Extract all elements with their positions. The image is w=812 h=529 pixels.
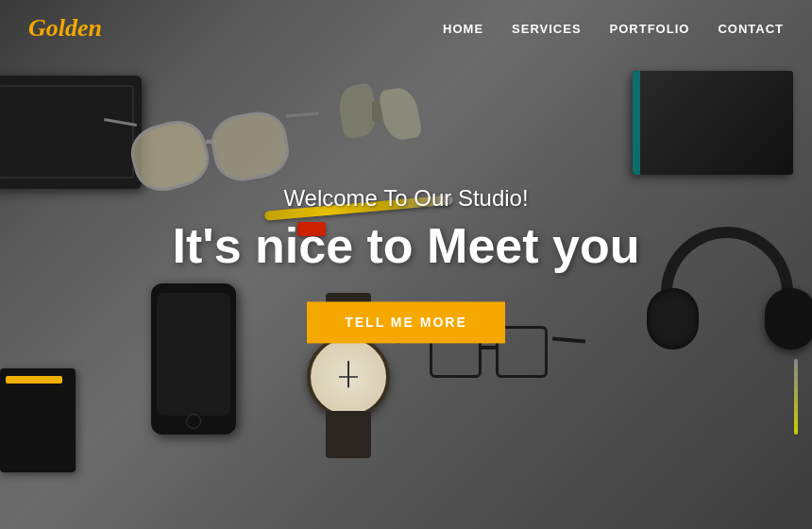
bowtie-right (379, 85, 423, 143)
cta-button[interactable]: TELL ME MORE (307, 302, 505, 344)
nav-link-portfolio[interactable]: PORTFOLIO (610, 22, 690, 36)
wallet-item (0, 76, 142, 189)
nav-item-portfolio[interactable]: PORTFOLIO (610, 20, 690, 37)
bowtie-item (340, 80, 425, 146)
sunglass-right-lens (208, 108, 294, 186)
nav-item-home[interactable]: HOME (443, 20, 483, 37)
hero-subtitle: Welcome To Our Studio! (123, 185, 689, 212)
phone-home-button (186, 414, 201, 429)
notebook-spine (633, 71, 640, 175)
nav-link-services[interactable]: SERVICES (512, 22, 582, 36)
headphone-right-cup (765, 288, 812, 350)
notebook-item (633, 71, 793, 175)
card-wallet-item (0, 368, 76, 472)
brand-logo[interactable]: Golden (28, 14, 102, 43)
hero-title: It's nice to Meet you (123, 219, 689, 273)
hero-content: Welcome To Our Studio! It's nice to Meet… (123, 185, 689, 343)
hero-section: Golden HOME SERVICES PORTFOLIO CONTACT W… (0, 0, 812, 529)
nav-link-home[interactable]: HOME (443, 22, 483, 36)
nav-links: HOME SERVICES PORTFOLIO CONTACT (443, 20, 784, 37)
nav-item-contact[interactable]: CONTACT (718, 20, 784, 37)
headphone-cable (794, 359, 798, 435)
nav-item-services[interactable]: SERVICES (512, 20, 582, 37)
nav-link-contact[interactable]: CONTACT (718, 22, 784, 36)
watch-band-bottom (326, 411, 371, 458)
watch-face (307, 335, 390, 418)
navbar: Golden HOME SERVICES PORTFOLIO CONTACT (0, 0, 812, 57)
